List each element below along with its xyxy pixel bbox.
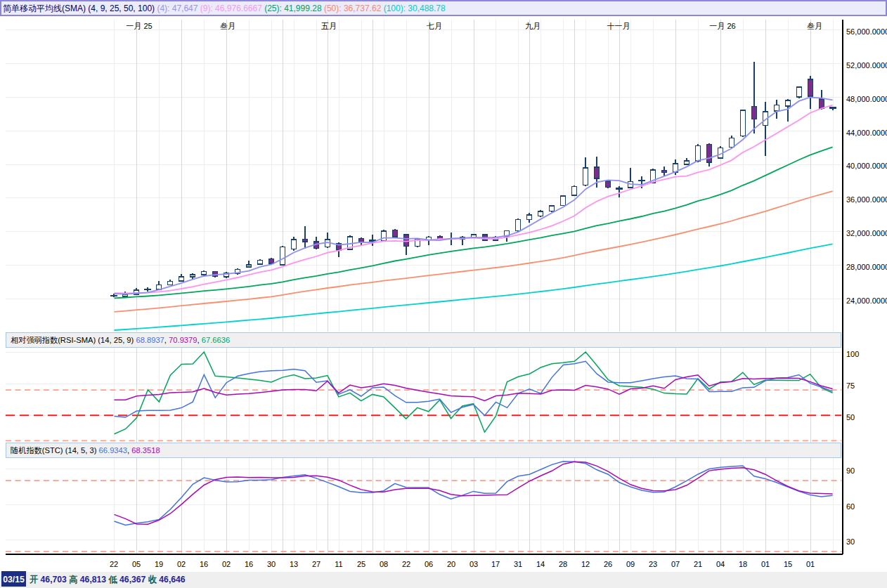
svg-text:17: 17 xyxy=(491,560,500,568)
svg-text:22: 22 xyxy=(110,560,118,568)
svg-text:56,000.0000: 56,000.0000 xyxy=(846,27,887,36)
svg-text:03/15: 03/15 xyxy=(3,575,25,584)
svg-text:28: 28 xyxy=(559,560,567,568)
svg-text:09: 09 xyxy=(626,560,635,568)
svg-text:06: 06 xyxy=(425,560,433,568)
svg-text:24,000.0000: 24,000.0000 xyxy=(846,296,887,305)
svg-text:01: 01 xyxy=(806,560,815,568)
svg-text:50: 50 xyxy=(846,413,855,422)
svg-text:04: 04 xyxy=(716,560,725,568)
svg-text:相对强弱指数(RSI-SMA) (14, 25, 9) 68: 相对强弱指数(RSI-SMA) (14, 25, 9) 68.8937, 70.… xyxy=(11,336,230,344)
svg-text:11: 11 xyxy=(335,560,342,568)
svg-text:100: 100 xyxy=(846,350,859,358)
svg-text:12: 12 xyxy=(581,560,590,568)
svg-text:03: 03 xyxy=(470,560,478,568)
svg-text:16: 16 xyxy=(245,560,253,568)
svg-text:16: 16 xyxy=(200,560,208,568)
svg-text:开 46,703 高 46,813 低 46,367 收 4: 开 46,703 高 46,813 低 46,367 收 46,646 xyxy=(29,575,186,584)
svg-text:05: 05 xyxy=(132,560,141,568)
svg-text:36,000.0000: 36,000.0000 xyxy=(846,195,887,204)
svg-text:30: 30 xyxy=(846,537,855,546)
svg-text:叁月: 叁月 xyxy=(807,22,822,30)
svg-text:19: 19 xyxy=(155,560,163,568)
svg-text:14: 14 xyxy=(536,560,545,568)
svg-text:08: 08 xyxy=(380,560,388,568)
svg-text:七月: 七月 xyxy=(426,22,442,30)
svg-text:26: 26 xyxy=(604,560,612,568)
svg-text:20: 20 xyxy=(447,560,455,568)
svg-text:九月: 九月 xyxy=(525,22,540,30)
svg-text:十一月: 十一月 xyxy=(607,22,630,30)
svg-text:31: 31 xyxy=(514,560,522,568)
svg-text:90: 90 xyxy=(846,466,855,475)
svg-text:13: 13 xyxy=(290,560,298,568)
svg-text:叁月: 叁月 xyxy=(220,22,235,30)
svg-text:27: 27 xyxy=(312,560,321,568)
svg-text:32,000.0000: 32,000.0000 xyxy=(846,229,887,237)
svg-text:60: 60 xyxy=(846,502,855,511)
svg-text:02: 02 xyxy=(177,560,186,568)
svg-text:随机指数(STC) (14, 5, 3) 66.9343,: 随机指数(STC) (14, 5, 3) 66.9343, 68.3518 xyxy=(11,446,160,455)
svg-text:21: 21 xyxy=(694,560,702,568)
svg-text:28,000.0000: 28,000.0000 xyxy=(846,263,887,271)
svg-text:15: 15 xyxy=(784,560,792,568)
svg-text:02: 02 xyxy=(222,560,231,568)
svg-text:简单移动平均线(SMA) (4, 9, 25, 50, 10: 简单移动平均线(SMA) (4, 9, 25, 50, 100) (4): 47… xyxy=(3,4,446,13)
svg-text:48,000.0000: 48,000.0000 xyxy=(846,95,887,103)
svg-text:一月 25: 一月 25 xyxy=(126,22,152,30)
svg-text:25: 25 xyxy=(357,560,365,568)
svg-text:30: 30 xyxy=(267,560,276,568)
svg-text:一月 26: 一月 26 xyxy=(709,22,735,30)
svg-text:23: 23 xyxy=(649,560,657,568)
svg-text:75: 75 xyxy=(846,381,855,390)
svg-text:40,000.0000: 40,000.0000 xyxy=(846,162,887,170)
svg-text:07: 07 xyxy=(671,560,680,568)
svg-text:52,000.0000: 52,000.0000 xyxy=(846,61,887,70)
svg-text:44,000.0000: 44,000.0000 xyxy=(846,129,887,137)
svg-text:18: 18 xyxy=(739,560,747,568)
svg-text:01: 01 xyxy=(761,560,770,568)
svg-text:五月: 五月 xyxy=(321,22,337,30)
svg-text:22: 22 xyxy=(402,560,410,568)
